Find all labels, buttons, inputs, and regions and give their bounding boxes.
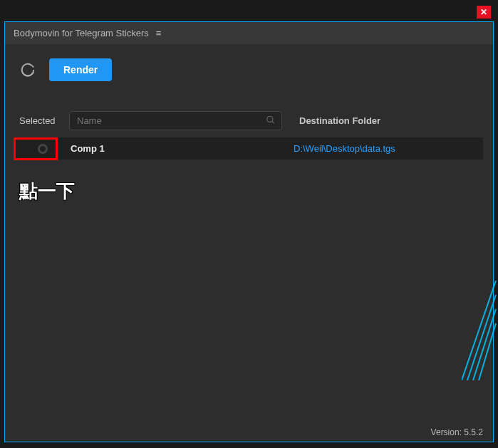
- render-button[interactable]: Render: [49, 58, 112, 81]
- version-label: Version: 5.5.2: [431, 427, 483, 437]
- column-destination: Destination Folder: [299, 115, 479, 126]
- svg-line-5: [479, 323, 496, 380]
- svg-line-2: [462, 281, 496, 380]
- close-icon: ✕: [480, 7, 487, 17]
- refresh-button[interactable]: [19, 61, 36, 78]
- main-panel: Bodymovin for Telegram Stickers ≡ Render…: [4, 21, 494, 442]
- row-name: Comp 1: [66, 143, 294, 154]
- refresh-icon: [20, 62, 36, 78]
- svg-line-4: [473, 309, 496, 380]
- toolbar: Render: [5, 44, 493, 90]
- decorative-stripes: [462, 281, 497, 380]
- annotation-click-here: 點一下: [19, 179, 75, 204]
- panel-titlebar: Bodymovin for Telegram Stickers ≡: [5, 22, 493, 44]
- svg-point-0: [267, 116, 273, 122]
- app-window: ✕ Bodymovin for Telegram Stickers ≡ Rend…: [0, 0, 498, 448]
- name-search-wrap[interactable]: [69, 111, 282, 130]
- name-search-input[interactable]: [77, 115, 260, 126]
- search-icon: [266, 115, 276, 127]
- table-row: Comp 1 D:\Weil\Desktop\data.tgs: [15, 137, 483, 160]
- row-select-cell[interactable]: [19, 144, 66, 154]
- close-button[interactable]: ✕: [477, 6, 491, 19]
- select-radio[interactable]: [38, 144, 48, 154]
- panel-title: Bodymovin for Telegram Stickers: [14, 28, 149, 38]
- list-header: Selected Destination Folder: [19, 111, 479, 130]
- column-selected: Selected: [19, 115, 69, 126]
- svg-line-1: [272, 121, 274, 123]
- menu-icon[interactable]: ≡: [156, 28, 162, 38]
- column-name: [69, 111, 282, 130]
- svg-line-3: [467, 295, 496, 380]
- row-destination-link[interactable]: D:\Weil\Desktop\data.tgs: [294, 143, 479, 154]
